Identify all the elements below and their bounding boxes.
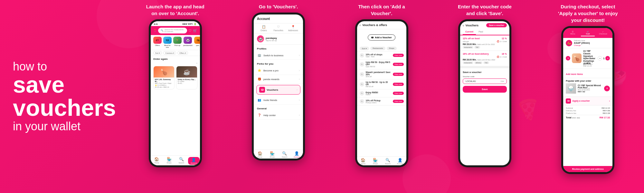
- nav-home-1[interactable]: 🏠 Home: [151, 157, 163, 165]
- popular-title: Popular with your order: [566, 80, 610, 82]
- v-view-5[interactable]: View now: [393, 92, 403, 95]
- v-meta-6: Pickup orders: [366, 102, 392, 104]
- p2-tabs: 📋 Orders ♡ Favourites 📍 Addresses: [254, 23, 303, 33]
- qty-badge: 1: [566, 56, 570, 60]
- p4-voucher-2[interactable]: 16% off on food delivery 16 % ⭕ 3 / 2 le…: [460, 51, 509, 66]
- delivery-sub[interactable]: Change: [574, 44, 590, 46]
- back-arrow-4[interactable]: ‹: [463, 23, 464, 27]
- tab-cart[interactable]: 🛒 Cart: [581, 30, 595, 36]
- p2-header: Account: [254, 14, 303, 23]
- nav-account-1[interactable]: 👤 Account: [187, 157, 200, 165]
- rest-card-1[interactable]: 🍗 KFC (XL Gateway M... $$$ • Fast Food •…: [153, 66, 175, 89]
- nav-shops-2[interactable]: 🏪 Shops: [266, 151, 278, 158]
- voucher-item-1[interactable]: % 10% off of shops Valid · Now View now: [357, 51, 406, 60]
- v-view-1[interactable]: View now: [393, 54, 403, 57]
- v-badge-5: %: [360, 91, 364, 96]
- back-arrow-3[interactable]: ‹: [360, 23, 361, 27]
- restaurants-chip[interactable]: Restaurants: [370, 47, 385, 50]
- vouchers-menu-item[interactable]: 🎟 Vouchers ›: [256, 85, 300, 95]
- in-your-wallet-text: in your wallet: [13, 119, 113, 133]
- cat-meal[interactable]: 🍽 Meal for one: [163, 37, 172, 48]
- v-badge-4: %: [360, 82, 364, 87]
- v-title-6: 10% off Pickup: [366, 99, 392, 102]
- invite-friends[interactable]: 👥 Invite friends ›: [254, 96, 303, 105]
- save-voucher-btn[interactable]: Save: [463, 86, 507, 93]
- cat-offers[interactable]: 🏷 Offers: [153, 37, 162, 48]
- voucher-code-input[interactable]: LOCAL4U 7/24: [463, 78, 507, 84]
- nav-search-2[interactable]: 🔍 Search: [279, 151, 291, 158]
- voucher-code-value: LOCAL4U: [466, 80, 476, 82]
- totals-section: Subtotal RM 12.24 Delivery fee RM 4.69 P…: [563, 105, 612, 121]
- tab-menu[interactable]: ☰ Menu: [566, 30, 580, 36]
- offers-filter[interactable]: Offers ▾: [177, 51, 188, 55]
- platform-fee-row: Platform fee RM 0.39: [566, 112, 610, 114]
- voucher-item-4[interactable]: % Up to RM 50 · Up to 35 Off RM 50 off V…: [357, 79, 406, 89]
- sort-filter[interactable]: Sort ▾: [153, 51, 162, 55]
- pandapay-section[interactable]: 🐼 pandapay Tap to set up: [254, 33, 303, 45]
- how-to-text: how to: [13, 60, 47, 73]
- sort-chip[interactable]: Sort ▾: [360, 47, 369, 50]
- v-badge-2: %: [360, 62, 364, 67]
- nav-search-3[interactable]: 🔍 Search: [382, 158, 394, 165]
- review-btn[interactable]: Review payment and address: [563, 166, 612, 172]
- voucher-item-6[interactable]: % 10% off Pickup Pickup orders View now: [357, 97, 406, 106]
- nav-account-2[interactable]: 👤 Account: [291, 151, 303, 158]
- rewards-label: panda rewards: [263, 78, 297, 81]
- shops-chip[interactable]: Shops: [387, 47, 397, 50]
- subtotal-row: Subtotal RM 12.24: [566, 107, 610, 109]
- popular-item-1[interactable]: 🍚 C1 YBF Special Minced Pork Rice ... Ri…: [566, 83, 610, 94]
- voucher-item-3[interactable]: % Waaah! pandamart! Save 35% 35% off Vie…: [357, 69, 406, 79]
- add-popular-btn[interactable]: +: [604, 86, 610, 91]
- v-view-6[interactable]: View now: [393, 100, 403, 103]
- add-more-label[interactable]: Add more items: [566, 73, 583, 75]
- tab-orders[interactable]: 📋 Orders: [256, 23, 271, 33]
- apply-voucher-row[interactable]: 🎟 Apply a voucher ›: [563, 96, 612, 105]
- nav-home-2[interactable]: 🏠 Home: [254, 151, 266, 158]
- v-view-3[interactable]: View now: [393, 73, 403, 76]
- switch-business-label: Switch to business: [263, 54, 297, 57]
- nav-shops-1[interactable]: 🏪 Shops: [163, 157, 175, 165]
- save-text: save: [13, 73, 113, 96]
- search-placeholder-1: Search for restaurants & cuisines: [165, 29, 185, 32]
- cat-more[interactable]: 🛍 pan...: [194, 37, 200, 48]
- tab-addresses[interactable]: 📍 Addresses: [286, 23, 300, 33]
- help-icon: ❓: [257, 113, 261, 117]
- popular-item-name: C1 YBF Special Minced Pork Rice ...: [578, 84, 602, 89]
- p4-voucher-1[interactable]: 12% off on food 12 % niduygh ⭕ 3 / 3 lef…: [460, 35, 509, 51]
- help-center[interactable]: ❓ Help center ›: [254, 111, 303, 120]
- panda-rewards[interactable]: 🎁 panda rewards ›: [254, 75, 303, 84]
- voucher-item-2[interactable]: % Upto RM 50 · Enjoy RM 5 OFF Upto RM 50…: [357, 60, 406, 69]
- voucher-list: % 10% off of shops Valid · Now View now …: [357, 51, 406, 156]
- hero-text: how to save vouchers in your wallet: [13, 60, 113, 133]
- v-view-4[interactable]: View now: [393, 83, 403, 86]
- delivery-icon: 🛵: [566, 40, 572, 46]
- cat-pickup[interactable]: 🏃 Pick-up: [173, 37, 182, 48]
- cuisines-filter[interactable]: Cuisines ▾: [163, 51, 176, 55]
- nav-home-3[interactable]: 🏠 Home: [357, 158, 369, 165]
- search-bar-1[interactable]: 🔍 Search for restaurants & cuisines: [158, 28, 187, 33]
- nav-shops-3[interactable]: 🏪 Shops: [369, 158, 382, 165]
- become-pro[interactable]: ⭐ Become a pro ›: [254, 66, 303, 75]
- order-again-title: Order again: [153, 58, 197, 60]
- tab-checkout[interactable]: ✓ Checkout: [596, 30, 610, 36]
- v-view-2[interactable]: View now: [393, 63, 403, 66]
- restaurant-cards: 🍗 KFC (XL Gateway M... $$$ • Fast Food •…: [153, 66, 197, 89]
- nav-search-1[interactable]: 🔍 Search: [175, 157, 187, 165]
- add-voucher-button[interactable]: 🎟 Add a Voucher: [368, 34, 395, 41]
- cat-panda[interactable]: 🐼 pandasmart: [183, 37, 193, 48]
- decrease-qty[interactable]: −: [598, 56, 602, 60]
- p4-v1-tags: restaurants T&C: [463, 46, 507, 49]
- voucher-filter-row: Sort ▾ Restaurants Shops: [357, 46, 406, 51]
- save-voucher-header-btn[interactable]: Save a voucher: [486, 23, 507, 27]
- rest-card-2[interactable]: ☕ Unity in Every Sip... $ • Indian 45-65…: [176, 66, 197, 89]
- voucher-item-5[interactable]: % Enjoy RM50! RM50 View now: [357, 89, 406, 97]
- p4-v1-amount: RM 26.00 Min. Valid until 20 Oct 2022: [463, 43, 507, 45]
- tab-past[interactable]: Past: [476, 29, 486, 35]
- nav-account-3[interactable]: 👤 Account: [394, 158, 406, 165]
- increase-qty[interactable]: +: [605, 56, 610, 60]
- tag-restaurants: restaurants: [463, 46, 473, 49]
- v-title-2: Upto RM 50 · Enjoy RM 5 OFF: [366, 61, 392, 66]
- switch-to-business[interactable]: 🏢 Switch to business ›: [254, 51, 303, 60]
- tab-favourites[interactable]: ♡ Favourites: [271, 23, 286, 33]
- tab-current[interactable]: Current: [463, 29, 476, 35]
